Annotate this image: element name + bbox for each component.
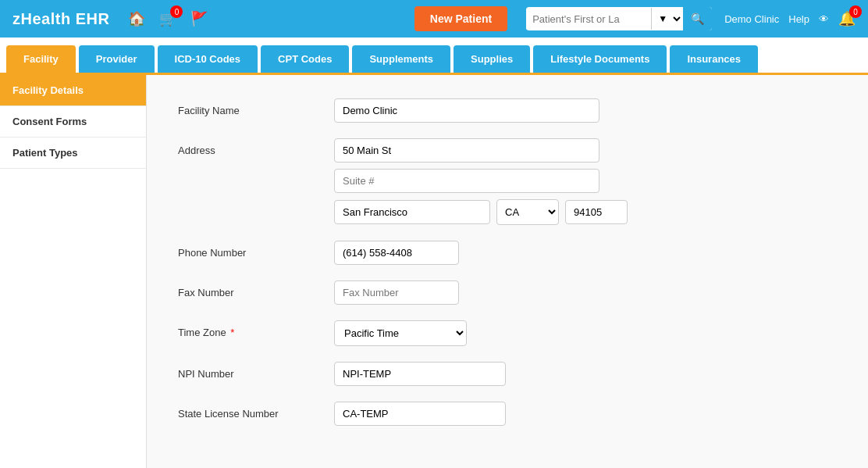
zip-input[interactable]	[565, 200, 628, 224]
timezone-row: Time Zone * Pacific TimeMountain TimeCen…	[178, 320, 837, 346]
nav-icons: 🏠 🛒 0 🚩	[128, 10, 395, 27]
tab-insurances[interactable]: Insurances	[670, 45, 758, 73]
facility-name-input[interactable]	[334, 98, 599, 123]
state-select[interactable]: ALAKAZARCACOCTDEFLGAHIIDILINIAKSKYLAMEMD…	[496, 199, 559, 225]
top-nav: zHealth EHR 🏠 🛒 0 🚩 New Patient ▼ 🔍 Demo…	[0, 0, 868, 38]
phone-row: Phone Number	[178, 241, 837, 265]
city-input[interactable]	[334, 200, 490, 224]
eye-icon[interactable]: 👁	[819, 13, 829, 25]
tab-cpt[interactable]: CPT Codes	[261, 45, 349, 73]
state-license-row: State License Number	[178, 402, 837, 426]
nav-right: Demo Clinic Help 👁 🔔 0	[724, 10, 856, 27]
address-suite-input[interactable]	[334, 169, 599, 193]
notification-button[interactable]: 🔔 0	[838, 10, 856, 27]
npi-fields	[334, 362, 837, 386]
tab-icd10[interactable]: ICD-10 Codes	[158, 45, 258, 73]
sidebar: Facility DetailsConsent FormsPatient Typ…	[0, 75, 147, 468]
cart-badge: 0	[170, 5, 183, 18]
phone-input[interactable]	[334, 241, 459, 265]
address-label: Address	[178, 138, 334, 156]
timezone-required-star: *	[230, 327, 234, 338]
address-line1-input[interactable]	[334, 138, 599, 163]
npi-input[interactable]	[334, 362, 506, 386]
help-button[interactable]: Help	[788, 13, 809, 25]
address-row2: ALAKAZARCACOCTDEFLGAHIIDILINIAKSKYLAMEMD…	[334, 199, 837, 225]
tab-facility[interactable]: Facility	[6, 45, 76, 73]
search-type-dropdown[interactable]: ▼	[651, 8, 683, 30]
state-license-input[interactable]	[334, 402, 506, 426]
tab-supplements[interactable]: Supplements	[352, 45, 450, 73]
tab-supplies[interactable]: Supplies	[454, 45, 530, 73]
new-patient-button[interactable]: New Patient	[414, 6, 507, 31]
search-input[interactable]	[526, 9, 651, 30]
fax-label: Fax Number	[178, 280, 334, 298]
cart-button[interactable]: 🛒 0	[159, 10, 176, 27]
timezone-label: Time Zone *	[178, 320, 334, 338]
flag-button[interactable]: 🚩	[190, 10, 208, 27]
npi-row: NPI Number	[178, 362, 837, 386]
tab-bar: FacilityProviderICD-10 CodesCPT CodesSup…	[0, 38, 868, 75]
search-button[interactable]: 🔍	[683, 7, 712, 30]
sidebar-item-consent-forms[interactable]: Consent Forms	[0, 106, 146, 138]
timezone-select[interactable]: Pacific TimeMountain TimeCentral TimeEas…	[334, 320, 467, 346]
fax-row: Fax Number	[178, 280, 837, 305]
facility-name-row: Facility Name	[178, 98, 837, 123]
sidebar-item-patient-types[interactable]: Patient Types	[0, 138, 146, 169]
facility-name-fields	[334, 98, 837, 123]
fax-fields	[334, 280, 837, 305]
tab-provider[interactable]: Provider	[79, 45, 155, 73]
fax-input[interactable]	[334, 280, 459, 305]
tab-lifestyle[interactable]: Lifestyle Documents	[533, 45, 667, 73]
brand-name: zHealth EHR	[12, 10, 109, 28]
phone-label: Phone Number	[178, 241, 334, 259]
state-license-fields	[334, 402, 837, 426]
phone-fields	[334, 241, 837, 265]
content-area: Facility DetailsConsent FormsPatient Typ…	[0, 75, 868, 468]
home-button[interactable]: 🏠	[128, 10, 145, 27]
sidebar-item-facility-details[interactable]: Facility Details	[0, 75, 146, 106]
address-fields: ALAKAZARCACOCTDEFLGAHIIDILINIAKSKYLAMEMD…	[334, 138, 837, 225]
timezone-fields: Pacific TimeMountain TimeCentral TimeEas…	[334, 320, 837, 346]
npi-label: NPI Number	[178, 362, 334, 380]
main-form: Facility Name Address ALAKAZARCACOCTDEFL…	[147, 75, 868, 468]
facility-name-label: Facility Name	[178, 98, 334, 116]
clinic-name: Demo Clinic	[724, 13, 779, 25]
state-license-label: State License Number	[178, 402, 334, 420]
notif-badge: 0	[849, 5, 862, 18]
address-row: Address ALAKAZARCACOCTDEFLGAHIIDILINIAKS…	[178, 138, 837, 225]
search-wrapper: ▼ 🔍	[526, 7, 712, 30]
